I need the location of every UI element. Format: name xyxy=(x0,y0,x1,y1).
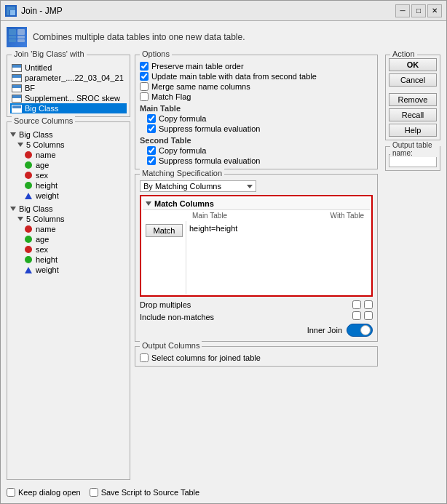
main-window: Join - JMP ─ □ ✕ Combines multiple data … xyxy=(0,0,447,504)
match-columns-content: Match height=height xyxy=(143,221,370,294)
close-button[interactable]: ✕ xyxy=(427,4,442,17)
column-name: sex xyxy=(36,245,48,254)
column-name: weight xyxy=(36,191,59,200)
tree-column[interactable]: height xyxy=(10,180,127,191)
tree-column[interactable]: sex xyxy=(10,170,127,180)
suppress-main-checkbox[interactable] xyxy=(147,124,156,133)
tree-column[interactable]: name xyxy=(10,224,127,234)
merge-same-label: Merge same name columns xyxy=(151,82,250,91)
preserve-order-checkbox[interactable] xyxy=(140,62,149,71)
select-columns-checkbox[interactable] xyxy=(140,353,149,362)
expand-icon xyxy=(17,217,23,221)
copy-formula-main-row: Copy formula xyxy=(140,113,373,124)
list-item[interactable]: parameter_....22_03_04_21 xyxy=(10,73,127,83)
continuous-icon xyxy=(25,182,32,189)
remove-button[interactable]: Remove xyxy=(389,93,437,106)
expand-icon xyxy=(10,207,16,211)
match-btn-col: Match xyxy=(143,221,186,294)
list-item[interactable]: Untitled xyxy=(10,63,127,73)
drop-multiples-main-checkbox[interactable] xyxy=(352,300,361,309)
update-main-checkbox[interactable] xyxy=(140,72,149,81)
suppress-second-checkbox[interactable] xyxy=(147,156,156,165)
main-table-label: Main Table xyxy=(140,104,373,113)
merge-same-checkbox[interactable] xyxy=(140,82,149,91)
source-columns-box: Source Columns Big Class 5 Columns xyxy=(7,121,130,480)
tree-column[interactable]: weight xyxy=(10,265,127,275)
dialog-content: Combines multiple data tables into one n… xyxy=(1,21,446,503)
copy-formula-second-checkbox[interactable] xyxy=(147,146,156,155)
tree-column[interactable]: age xyxy=(10,160,127,170)
list-item[interactable]: Supplement... SROC skew xyxy=(10,93,127,103)
continuous-icon xyxy=(25,161,32,169)
select-columns-label: Select columns for joined table xyxy=(151,353,261,362)
tree-column[interactable]: age xyxy=(10,234,127,244)
save-script-checkbox[interactable] xyxy=(90,488,98,497)
inner-join-row: Inner Join xyxy=(140,322,373,338)
tree-column[interactable]: height xyxy=(10,255,127,265)
tree-group-1[interactable]: Big Class xyxy=(10,129,127,140)
list-item[interactable]: BF xyxy=(10,83,127,93)
source-columns-content: Big Class 5 Columns name age xyxy=(10,129,127,275)
list-item-selected[interactable]: Big Class xyxy=(10,103,127,113)
matching-dropdown[interactable]: By Matching Columns xyxy=(140,180,256,192)
options-title: Options xyxy=(140,49,172,58)
toggle-knob xyxy=(360,325,371,335)
keep-dialog-checkbox[interactable] xyxy=(7,488,15,497)
group-name: Big Class xyxy=(19,130,52,139)
tree-subgroup-2[interactable]: 5 Columns xyxy=(10,214,127,224)
update-main-label: Update main table with data from second … xyxy=(151,72,317,81)
inner-join-toggle[interactable] xyxy=(347,324,373,337)
column-count: 5 Columns xyxy=(26,215,65,223)
nominal-icon xyxy=(25,225,32,233)
drop-multiples-with-checkbox[interactable] xyxy=(364,300,373,309)
left-panel: Join 'Big Class' with Untitled parameter… xyxy=(7,55,130,480)
tree-column[interactable]: name xyxy=(10,150,127,160)
maximize-button[interactable]: □ xyxy=(411,4,426,17)
output-table-group: Output table name: xyxy=(385,146,440,171)
svg-rect-4 xyxy=(9,36,16,39)
include-non-matches-label: Include non-matches xyxy=(140,313,214,321)
table-icon xyxy=(12,94,22,103)
list-item-label: BF xyxy=(25,84,35,92)
match-flag-row: Match Flag xyxy=(140,92,373,102)
help-button[interactable]: Help xyxy=(389,124,437,137)
table-icon xyxy=(12,73,22,82)
right-action-panel: Action OK Cancel Remove Recall Help Outp… xyxy=(382,55,440,480)
tree-subgroup-1[interactable]: 5 Columns xyxy=(10,140,127,150)
matching-spec-box: Matching Specification By Matching Colum… xyxy=(135,174,378,342)
match-button[interactable]: Match xyxy=(146,224,183,237)
column-name: sex xyxy=(36,171,48,180)
include-non-with-checkbox[interactable] xyxy=(364,311,373,320)
middle-panel: Options Preserve main table order Update… xyxy=(135,55,378,480)
continuous-icon xyxy=(25,256,32,263)
join-with-title: Join 'Big Class' with xyxy=(12,49,87,58)
nominal-icon xyxy=(25,151,32,159)
output-table-title: Output table name: xyxy=(390,141,440,157)
cancel-button[interactable]: Cancel xyxy=(389,73,437,87)
list-item-label: Untitled xyxy=(25,63,52,72)
action-title: Action xyxy=(390,49,417,58)
list-item-label: Big Class xyxy=(25,104,58,113)
copy-formula-main-checkbox[interactable] xyxy=(147,114,156,123)
ok-button[interactable]: OK xyxy=(389,58,437,71)
column-name: age xyxy=(36,161,49,169)
suppress-second-row: Suppress formula evaluation xyxy=(140,156,373,166)
matching-spec-title: Matching Specification xyxy=(140,169,224,177)
join-with-content: Untitled parameter_....22_03_04_21 BF xyxy=(10,63,127,113)
with-table-checks xyxy=(364,300,373,320)
match-flag-checkbox[interactable] xyxy=(140,92,149,101)
matching-spec-content: By Matching Columns Match Columns xyxy=(140,180,373,338)
minimize-button[interactable]: ─ xyxy=(395,4,410,17)
tree-group-2[interactable]: Big Class xyxy=(10,204,127,214)
header-row: Combines multiple data tables into one n… xyxy=(7,27,440,50)
column-name: height xyxy=(36,255,58,264)
column-name: name xyxy=(36,151,56,159)
include-non-main-checkbox[interactable] xyxy=(352,311,361,320)
window-controls: ─ □ ✕ xyxy=(395,4,442,17)
tree-column[interactable]: sex xyxy=(10,244,127,255)
expand-icon xyxy=(10,132,16,137)
keep-dialog-label: Keep dialog open xyxy=(18,488,81,497)
recall-button[interactable]: Recall xyxy=(389,108,437,121)
copy-formula-main-label: Copy formula xyxy=(159,114,206,123)
tree-column[interactable]: weight xyxy=(10,191,127,201)
